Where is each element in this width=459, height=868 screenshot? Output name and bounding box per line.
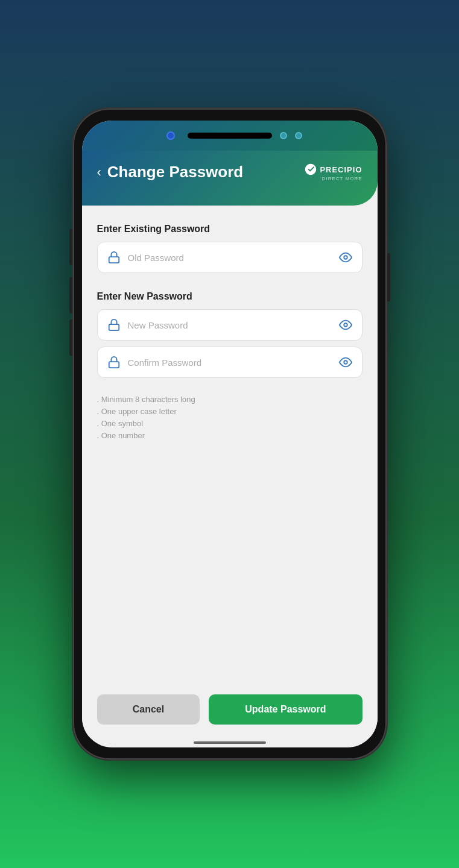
- eye-icon-new[interactable]: [339, 318, 352, 332]
- confirm-password-field-wrapper[interactable]: [97, 347, 362, 378]
- logo-sub-text: DIRECT MORE: [322, 176, 362, 181]
- page-header: ‹ Change Password PRECIPIO DIRECT MORE: [82, 151, 378, 206]
- notch-pill: [188, 133, 272, 139]
- old-password-input[interactable]: [128, 253, 332, 263]
- face-id-dot-2: [295, 132, 302, 139]
- face-id-dot-1: [280, 132, 287, 139]
- req-item-length: . Minimum 8 characters long: [97, 395, 362, 404]
- back-button[interactable]: ‹: [97, 165, 101, 180]
- cancel-button[interactable]: Cancel: [97, 694, 200, 725]
- notch-bar: [82, 121, 378, 151]
- action-buttons: Cancel Update Password: [97, 670, 362, 725]
- svg-point-1: [344, 256, 347, 259]
- precipio-logo-icon: [304, 163, 317, 176]
- password-requirements: . Minimum 8 characters long . One upper …: [97, 395, 362, 440]
- lock-icon-new: [107, 318, 121, 332]
- phone-frame: ‹ Change Password PRECIPIO DIRECT MORE E…: [73, 108, 387, 760]
- logo-area: PRECIPIO DIRECT MORE: [304, 163, 362, 181]
- phone-screen: ‹ Change Password PRECIPIO DIRECT MORE E…: [82, 121, 378, 747]
- eye-icon-old[interactable]: [339, 251, 352, 264]
- new-password-input[interactable]: [128, 320, 332, 330]
- req-item-uppercase: . One upper case letter: [97, 407, 362, 416]
- req-item-number: . One number: [97, 431, 362, 440]
- logo-brand-text: PRECIPIO: [320, 165, 362, 174]
- svg-point-3: [344, 323, 347, 327]
- home-indicator: [194, 741, 266, 744]
- eye-icon-confirm[interactable]: [339, 356, 352, 369]
- new-password-label: Enter New Password: [97, 291, 362, 302]
- svg-point-5: [344, 360, 347, 364]
- page-title: Change Password: [107, 163, 243, 181]
- svg-rect-4: [109, 362, 119, 368]
- svg-rect-2: [109, 324, 119, 330]
- confirm-password-input[interactable]: [128, 357, 332, 368]
- existing-password-label: Enter Existing Password: [97, 224, 362, 234]
- update-password-button[interactable]: Update Password: [209, 694, 362, 725]
- front-camera-icon: [166, 131, 175, 140]
- new-password-field-wrapper[interactable]: [97, 309, 362, 341]
- old-password-field-wrapper[interactable]: [97, 242, 362, 273]
- req-item-symbol: . One symbol: [97, 419, 362, 428]
- lock-icon-old: [107, 251, 121, 264]
- page-content: Enter Existing Password Enter New Passwo…: [82, 206, 378, 737]
- lock-icon-confirm: [107, 356, 121, 369]
- svg-rect-0: [109, 257, 119, 263]
